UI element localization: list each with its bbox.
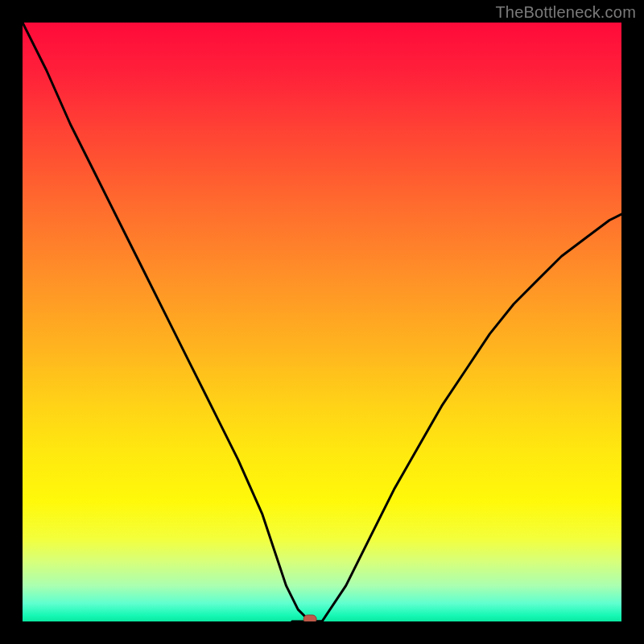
plot-area	[23, 23, 621, 621]
chart-frame: TheBottleneck.com	[0, 0, 644, 644]
curve-path	[23, 23, 621, 621]
bottleneck-curve	[23, 23, 621, 621]
minimum-marker	[303, 615, 316, 621]
watermark-text: TheBottleneck.com	[495, 3, 636, 22]
